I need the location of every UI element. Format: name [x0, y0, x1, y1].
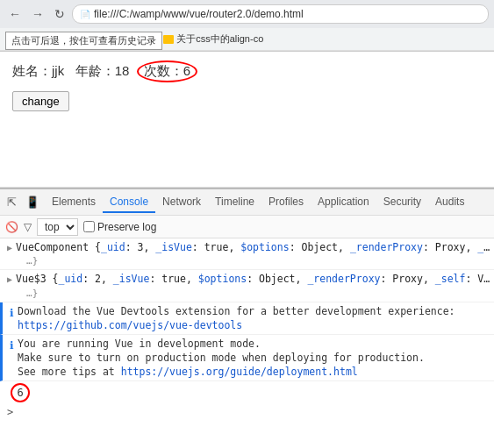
console-line-2: ℹ Download the Vue Devtools extension fo… [0, 302, 494, 335]
console-line-3: ℹ You are running Vue in development mod… [0, 335, 494, 381]
folder-icon-2 [163, 35, 174, 44]
console-line-4: 6 [0, 381, 494, 404]
tab-timeline[interactable]: Timeline [208, 192, 261, 213]
devtools-cursor-icon[interactable]: ⇱ [4, 194, 20, 210]
tab-console[interactable]: Console [103, 192, 155, 213]
address-text: file:///C:/wamp/www/vue/router2.0/demo.h… [94, 8, 304, 20]
tab-network[interactable]: Network [155, 192, 208, 213]
console-line-1: ▶ Vue$3 {_uid: 2, _isVue: true, $options… [0, 270, 494, 302]
filter-icon[interactable]: ▽ [24, 221, 32, 233]
context-select[interactable]: top [37, 218, 78, 236]
bookmark-item-2[interactable]: 关于css中的align-co [158, 32, 268, 46]
preserve-log-label: Preserve log [83, 221, 156, 233]
devtools-tabs: ⇱ 📱 Elements Console Network Timeline Pr… [0, 189, 494, 216]
console-text-0b: …} [16, 254, 490, 267]
tab-audits[interactable]: Audits [428, 192, 471, 213]
no-entry-icon[interactable]: 🚫 [5, 221, 18, 233]
tab-application[interactable]: Application [311, 192, 376, 213]
devtools-panel: ⇱ 📱 Elements Console Network Timeline Pr… [0, 188, 494, 420]
console-output: ▶ VueComponent {_uid: 3, _isVue: true, $… [0, 238, 494, 420]
console-line-0: ▶ VueComponent {_uid: 3, _isVue: true, $… [0, 238, 494, 270]
address-bar[interactable]: 📄 file:///C:/wamp/www/vue/router2.0/demo… [72, 4, 489, 24]
console-text-2: Download the Vue Devtools extension for … [18, 304, 490, 318]
visit-count: 次数：6 [137, 60, 197, 82]
console-text-3a: You are running Vue in development mode. [18, 337, 490, 351]
history-tooltip: 点击可后退，按住可查看历史记录 [5, 32, 162, 50]
console-text-0: VueComponent {_uid: 3, _isVue: true, $op… [16, 240, 490, 254]
console-toolbar: 🚫 ▽ top Preserve log [0, 216, 494, 238]
expand-icon-1[interactable]: ▶ [7, 274, 12, 284]
expand-icon-0[interactable]: ▶ [7, 243, 12, 252]
tab-elements[interactable]: Elements [45, 192, 103, 213]
page-main-text: 姓名：jjk 年龄：18 次数：6 [12, 60, 482, 82]
bookmark-label-2: 关于css中的align-co [176, 32, 263, 46]
page-icon: 📄 [80, 10, 90, 19]
info-icon-3: ℹ [10, 339, 14, 352]
preserve-log-text: Preserve log [97, 221, 156, 233]
preserve-log-checkbox[interactable] [83, 221, 95, 232]
console-prompt[interactable]: > [0, 404, 494, 420]
tab-profiles[interactable]: Profiles [261, 192, 311, 213]
forward-button[interactable]: → [28, 5, 47, 23]
change-button[interactable]: change [12, 91, 69, 111]
page-content: 姓名：jjk 年龄：18 次数：6 change [0, 52, 494, 188]
refresh-button[interactable]: ↻ [51, 5, 68, 23]
console-text-1: Vue$3 {_uid: 2, _isVue: true, $options: … [16, 272, 490, 286]
back-button[interactable]: ← [5, 5, 25, 23]
console-value-circled: 6 [11, 383, 30, 402]
console-text-3c: See more tips at https://vuejs.org/guide… [18, 365, 490, 379]
console-text-2b: https://github.com/vuejs/vue-devtools [18, 318, 490, 332]
info-icon-2: ℹ [10, 307, 14, 319]
console-text-3b: Make sure to turn on production mode whe… [18, 351, 490, 365]
devtools-mobile-icon[interactable]: 📱 [22, 194, 43, 210]
console-text-1b: …} [16, 287, 490, 300]
tab-security[interactable]: Security [376, 192, 428, 213]
